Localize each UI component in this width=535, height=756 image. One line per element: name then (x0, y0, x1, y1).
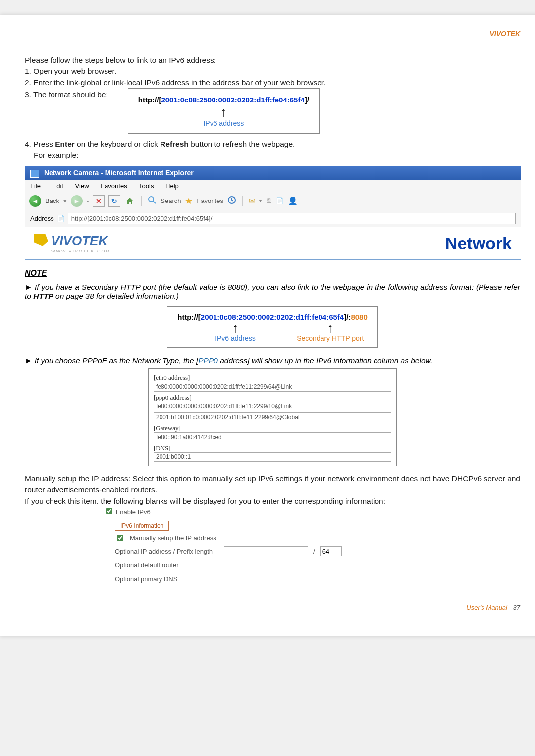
page-number: 37 (513, 604, 520, 611)
favorites-icon[interactable]: ★ (185, 196, 193, 206)
print-icon[interactable]: 🖶 (266, 197, 272, 204)
ie-icon (30, 170, 39, 178)
search-icon[interactable] (148, 196, 157, 206)
step-3: 3. The format should be: (25, 88, 108, 100)
eth0-label: [eth0 address] (154, 374, 391, 382)
ppp0-value-1 (154, 402, 391, 411)
url2-label2: Secondary HTTP port (293, 334, 368, 342)
page-icon: 📄 (57, 215, 65, 222)
menu-favorites[interactable]: Favorites (101, 182, 127, 190)
intro-block: Please follow the steps below to link to… (25, 55, 520, 161)
url2-port: 8080 (351, 313, 367, 321)
ie-title-bar: Network Camera - Microsoft Internet Expl… (25, 166, 521, 180)
menu-view[interactable]: View (75, 182, 89, 190)
ipv6-info-button[interactable]: IPv6 Information (115, 521, 169, 531)
optional-router-label: Optional default router (115, 561, 219, 569)
ie-title-text: Network Camera - Microsoft Internet Expl… (44, 169, 194, 177)
menu-tools[interactable]: Tools (139, 182, 154, 190)
note-2: ► If you choose PPPoE as the Network Typ… (25, 356, 520, 365)
msn-icon[interactable]: 👤 (288, 196, 298, 205)
step4-example-label: For example: (25, 150, 520, 161)
ie-toolbar: ◄ Back ▾ ► - ✕ ↻ Search ★ Favorites ✉ ▾ … (25, 192, 521, 210)
ipv6-info-display: [eth0 address] [ppp0 address] [Gateway] … (148, 368, 397, 466)
eth0-value (154, 382, 391, 392)
ppp0-value-2 (154, 412, 391, 422)
url1-label: IPv6 address (138, 118, 309, 128)
search-label[interactable]: Search (160, 197, 181, 204)
url2-addr: 2001:0c08:2500:0002:0202:d1ff:fe04:65f4 (201, 313, 344, 321)
favorites-label[interactable]: Favorites (197, 197, 223, 204)
page-footer: User's Manual - 37 (25, 604, 520, 611)
stop-icon[interactable]: ✕ (93, 195, 105, 207)
back-button[interactable]: ◄ (29, 195, 41, 207)
vivotek-logo: VIVOTEK WWW.VIVOTEK.COM (34, 233, 110, 253)
manual-setup-text: Manually setup the IP address: Select th… (25, 473, 520, 506)
url1-addr: 2001:0c08:2500:0002:0202:d1ff:fe04:65f4 (161, 96, 304, 104)
menu-edit[interactable]: Edit (53, 182, 63, 190)
back-label[interactable]: Back (45, 197, 59, 204)
address-label: Address (30, 215, 54, 222)
ipv6-settings: Enable IPv6 IPv6 Information Manually se… (104, 506, 372, 584)
toolbar-separator-2 (242, 196, 243, 206)
ie-menu-bar: File Edit View Favorites Tools Help (25, 180, 521, 192)
header-divider (25, 40, 520, 40)
arrow-up-icon-2: ↑ (177, 321, 293, 334)
prefix-separator: / (313, 548, 315, 555)
step4-b: on the keyboard or click (75, 140, 160, 148)
svg-line-1 (153, 201, 156, 203)
enable-ipv6-checkbox[interactable] (106, 508, 112, 514)
step4-a: 4. Press (25, 140, 55, 148)
url1-prefix: http://[ (138, 96, 161, 104)
brand-header: VIVOTEK (25, 30, 520, 40)
ie-content: VIVOTEK WWW.VIVOTEK.COM Network (25, 227, 521, 259)
manual-lead-underline: Manually setup the IP address (25, 474, 128, 483)
back-dropdown-icon[interactable]: ▾ (63, 197, 67, 204)
gateway-label: [Gateway] (154, 424, 391, 432)
ie-address-bar: Address 📄 (25, 210, 521, 227)
step-1: 1. Open your web browser. (25, 66, 520, 77)
url2-prefix: http://[ (177, 313, 201, 321)
history-icon[interactable] (227, 196, 236, 206)
step-2: 2. Enter the link-global or link-local I… (25, 77, 520, 88)
url2-mid: ]/: (344, 313, 351, 321)
prefix-length-input[interactable] (320, 546, 342, 556)
footer-label: User's Manual - (466, 604, 513, 611)
forward-button[interactable]: ► (71, 195, 83, 207)
dns-label: [DNS] (154, 444, 391, 452)
arrow-up-icon-3: ↑ (293, 321, 368, 334)
note-1: ► If you have a Secondary HTTP port (the… (25, 283, 520, 301)
toolbar-separator-1 (141, 196, 142, 206)
logo-text: VIVOTEK (51, 233, 107, 248)
menu-file[interactable]: File (30, 182, 41, 190)
url1-suffix: ]/ (305, 96, 309, 104)
optional-dns-input[interactable] (224, 574, 308, 584)
refresh-icon[interactable]: ↻ (108, 195, 120, 207)
gateway-value (154, 432, 391, 442)
edit-page-icon[interactable]: 📄 (276, 197, 284, 204)
optional-ip-label: Optional IP address / Prefix length (115, 548, 219, 555)
step4-refresh: Refresh (160, 140, 189, 148)
manual-ip-checkbox[interactable] (117, 535, 123, 541)
svg-point-0 (149, 197, 154, 202)
step4-c: button to refresh the webpage. (189, 140, 295, 148)
ie-window: Network Camera - Microsoft Internet Expl… (25, 166, 521, 259)
optional-router-input[interactable] (224, 560, 308, 570)
optional-dns-label: Optional primary DNS (115, 575, 219, 583)
menu-help[interactable]: Help (165, 182, 179, 190)
step4-enter: Enter (55, 140, 75, 148)
address-input[interactable] (68, 213, 516, 224)
note-title: NOTE (25, 269, 520, 278)
enable-ipv6-label: Enable IPv6 (116, 508, 151, 516)
arrow-up-icon: ↑ (138, 105, 309, 118)
network-heading: Network (445, 234, 512, 253)
url-example-2: http://[2001:0c08:2500:0002:0202:d1ff:fe… (167, 306, 378, 348)
home-icon[interactable] (124, 196, 135, 206)
optional-ip-input[interactable] (224, 546, 308, 556)
logo-subtext: WWW.VIVOTEK.COM (51, 249, 110, 253)
intro-lead: Please follow the steps below to link to… (25, 55, 520, 66)
url2-label1: IPv6 address (177, 334, 293, 342)
mail-icon[interactable]: ✉ (249, 196, 255, 205)
dns-value (154, 452, 391, 462)
url-example-1: http://[2001:0c08:2500:0002:0202:d1ff:fe… (128, 88, 320, 134)
manual-ip-label: Manually setup the IP address (130, 534, 216, 542)
